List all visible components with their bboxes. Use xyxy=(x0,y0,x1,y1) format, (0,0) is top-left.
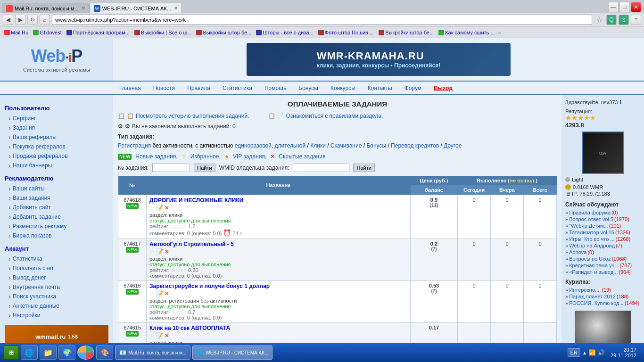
bookmark-partner[interactable]: Партнёрская програм... xyxy=(65,29,131,36)
reload-btn[interactable]: ↻ xyxy=(27,15,38,25)
sidebar-item-place-ad[interactable]: Разместить рекламу xyxy=(5,222,108,231)
task-name-link-674618[interactable]: ДОРОГИЕ И НЕСЛОЖНЫЕ КЛИКИ xyxy=(149,197,407,204)
taskbar-folder-icon[interactable]: 📁 xyxy=(40,346,57,357)
taskbar-app-1[interactable]: 📧 Mail.Ru: почта, поиск и м... xyxy=(115,346,190,357)
nav-stats[interactable]: Статистика xyxy=(216,82,258,94)
sidebar-item-refs[interactable]: Ваши рефералы xyxy=(5,132,108,142)
discuss-link-2[interactable]: "Web-ip Детям... xyxy=(569,223,608,229)
discuss-link-3[interactable]: Тотализатор vol.15 xyxy=(569,230,614,235)
kurилka-link-1[interactable]: Парад планет 2012 xyxy=(569,294,616,299)
sidebar-item-withdraw[interactable]: Вывод денег xyxy=(5,273,108,282)
nav-rules[interactable]: Правила xyxy=(181,82,216,94)
nav-contacts[interactable]: Контакты xyxy=(362,82,398,94)
star-icon-674618[interactable]: ☆ xyxy=(149,205,155,211)
nav-bonus[interactable]: Бонусы xyxy=(292,82,324,94)
bookmark-foto[interactable]: Фото штор.Пошив ... xyxy=(317,29,375,36)
sidebar-item-sell-refs[interactable]: Продажа рефералов xyxy=(5,151,108,161)
discuss-link-6[interactable]: Adnova xyxy=(569,249,586,255)
bookmark-star-icon[interactable]: ☆ xyxy=(594,15,604,25)
tab-1[interactable]: Mail.Ru: почта, поиск и м... ✕ xyxy=(2,3,90,13)
maximize-btn[interactable]: □ xyxy=(619,2,630,12)
search-icon[interactable]: Q xyxy=(606,15,617,25)
sidebar-item-add-site[interactable]: Добавить сайт xyxy=(5,203,108,212)
back-btn[interactable]: ◀ xyxy=(3,15,13,25)
taskbar-ie-icon[interactable]: 🌐 xyxy=(21,346,38,357)
bookmark-gfx[interactable]: GfxInvest xyxy=(32,29,63,36)
task-type-single[interactable]: единоразовой xyxy=(235,142,272,149)
note-icon-674616[interactable]: 📝 xyxy=(156,290,163,297)
bookmark-shtory2[interactable]: Шторы - все о диза... xyxy=(255,29,314,36)
menu-icon[interactable]: ≡ xyxy=(631,15,641,25)
task-type-clicks[interactable]: Клики xyxy=(310,142,326,149)
task-type-long[interactable]: длительной xyxy=(275,142,306,149)
filter-hidden-link[interactable]: Скрытые задания xyxy=(279,153,325,160)
note-icon-674615[interactable]: 📝 xyxy=(156,332,163,339)
sidebar-item-tasks[interactable]: Задания xyxy=(5,123,108,132)
taskbar-browser-icon[interactable]: 🌍 xyxy=(58,346,75,357)
rules-link[interactable]: 📄 Ознакомиться с правилами раздела. xyxy=(268,113,383,119)
extension-icon[interactable]: S xyxy=(619,15,629,25)
discuss-link-8[interactable]: Кредитная тема уч... xyxy=(569,263,619,268)
sidebar-item-add-funds[interactable]: Пополнить счет xyxy=(5,263,108,273)
sidebar-item-search-user[interactable]: Поиск участника xyxy=(5,292,108,301)
x-icon-674616[interactable]: ✕ xyxy=(165,290,169,297)
bookmark-vikroyki1[interactable]: Выкройки | Все о ш... xyxy=(133,29,193,36)
discuss-link-1[interactable]: Вопрос ответ vol.5 xyxy=(569,216,613,222)
sidebar-item-statistics[interactable]: Статистика xyxy=(5,254,108,263)
tab-close-1[interactable]: ✕ xyxy=(82,6,85,11)
search-id-input[interactable] xyxy=(152,164,190,172)
sidebar-item-your-tasks[interactable]: Ваши задания xyxy=(5,193,108,203)
task-type-bonus[interactable]: Бонусы xyxy=(366,142,386,149)
bookmark-mail[interactable]: Mail.Ru xyxy=(3,29,30,36)
home-btn[interactable]: ⌂ xyxy=(40,15,50,25)
nav-contests[interactable]: Конкурсы xyxy=(324,82,362,94)
nav-help[interactable]: Помощь xyxy=(258,82,292,94)
task-name-link-674616[interactable]: Зарегистрируйся и получи бонус 1 доллар xyxy=(149,283,407,289)
discuss-link-4[interactable]: Игры. Кто во что ... xyxy=(569,236,614,242)
start-button[interactable]: ⊞ xyxy=(4,346,19,357)
bookmark-shtory1[interactable]: Выкройки штор бе... xyxy=(195,29,253,36)
sidebar-item-add-task[interactable]: Добавить задание xyxy=(5,212,108,222)
close-btn[interactable]: ✕ xyxy=(631,2,641,12)
task-type-transfer[interactable]: Перевод кредитов xyxy=(391,142,439,149)
star-icon-674617[interactable]: ☆ xyxy=(149,248,155,255)
x-icon-674618[interactable]: ✕ xyxy=(165,205,169,211)
bookmark-kak[interactable]: Как самому сшить ... xyxy=(437,29,496,36)
search-wmid-input[interactable] xyxy=(293,164,349,172)
tab-2[interactable]: W WEB-IP.RU - СИСТЕМА АК... ✕ xyxy=(90,3,182,13)
discuss-link-5[interactable]: Web ip на Андроид xyxy=(569,243,615,248)
taskbar-chrome-icon[interactable] xyxy=(77,346,94,357)
forward-btn[interactable]: ▶ xyxy=(15,15,25,25)
discuss-link-7[interactable]: Вопросы по Ucoz xyxy=(569,256,611,262)
task-type-other[interactable]: Другое xyxy=(444,142,462,149)
lang-button[interactable]: EN xyxy=(568,348,580,357)
taskbar-paint-icon[interactable]: 🎨 xyxy=(96,346,113,357)
minimize-btn[interactable]: — xyxy=(608,2,619,12)
sidebar-item-buy-refs[interactable]: Покупка рефералов xyxy=(5,142,108,151)
nav-forum[interactable]: Форум xyxy=(398,82,428,94)
star-icon-674615[interactable]: ☆ xyxy=(149,332,155,339)
bookmark-vikroyki2[interactable]: Выкройки штор бе... xyxy=(377,29,435,36)
discuss-link-9[interactable]: «Рапида» и вывод... xyxy=(569,269,618,275)
x-icon-674617[interactable]: ✕ xyxy=(165,248,169,255)
discuss-link-0[interactable]: Правила форума xyxy=(569,210,611,215)
task-name-link-674617[interactable]: АвтоооГугл Строительный - 5 xyxy=(149,241,407,247)
sidebar-item-exchange[interactable]: Биржа показов xyxy=(5,231,108,240)
kurилka-link-0[interactable]: Интересно.... xyxy=(569,287,601,293)
banner-img[interactable]: WMR-KRAMAHA.RU клики, задания, конкурсы … xyxy=(247,43,511,76)
task-name-link-674615[interactable]: Клик на 10 сек АВТООПЛАТА xyxy=(149,325,407,331)
x-icon-674615[interactable]: ✕ xyxy=(165,332,169,339)
nav-home[interactable]: Главная xyxy=(113,82,147,94)
tab-close-2[interactable]: ✕ xyxy=(174,6,178,11)
filter-new-link[interactable]: Новые задания, xyxy=(135,153,177,160)
nav-news[interactable]: Новости xyxy=(147,82,181,94)
task-type-download[interactable]: Скачивание xyxy=(330,142,362,149)
star-icon-674616[interactable]: ☆ xyxy=(149,290,155,297)
sidebar-item-profile[interactable]: Анкетные данные xyxy=(5,301,108,311)
search-wmid-button[interactable]: Найти xyxy=(353,164,374,172)
sidebar-item-banners[interactable]: Наши баннеры xyxy=(5,161,108,170)
filter-fav-link[interactable]: Избранное, xyxy=(190,153,221,160)
sidebar-item-surfing[interactable]: Серфинг xyxy=(5,114,108,123)
filter-vip-link[interactable]: VIP задания, xyxy=(233,153,266,160)
note-icon-674617[interactable]: 📝 xyxy=(156,248,163,255)
